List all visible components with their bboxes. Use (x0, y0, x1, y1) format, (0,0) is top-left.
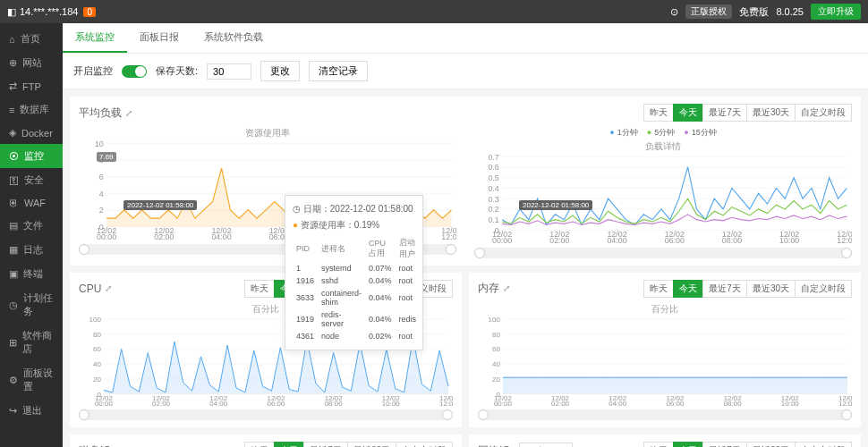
svg-text:12:00: 12:00 (838, 399, 852, 406)
range-30d[interactable]: 最近30天 (746, 442, 796, 447)
range-30d[interactable]: 最近30天 (746, 104, 796, 122)
sidebar: ⌂首页⊕网站⇄FTP≡数据库◈Docker⦿监控⚿安全⛨WAF▤文件▦日志▣终端… (0, 23, 63, 447)
sidebar-icon: ▣ (9, 268, 18, 280)
sidebar-icon: ◷ (9, 299, 18, 311)
value-badge: 7.69 (97, 152, 116, 162)
svg-text:00:00: 00:00 (97, 232, 116, 240)
sidebar-item-4[interactable]: ◈Docker (0, 122, 63, 144)
tab-software-load[interactable]: 系统软件负载 (191, 23, 276, 53)
card-mem: 内存 ⤢ 昨天 今天 最近7天 最近30天 自定义时段 百分比 02040608… (469, 273, 861, 428)
svg-text:80: 80 (492, 331, 500, 339)
range-yday[interactable]: 昨天 (643, 280, 674, 298)
net-iface-select[interactable]: 全部 (519, 443, 573, 447)
svg-text:0.4: 0.4 (488, 184, 498, 193)
range-7d[interactable]: 最近7天 (702, 442, 747, 447)
tab-panel-daily[interactable]: 面板日报 (127, 23, 191, 53)
sidebar-item-1[interactable]: ⊕网站 (0, 51, 63, 75)
clock-icon: ◷ (293, 204, 301, 214)
sidebar-icon: ⦿ (9, 151, 19, 162)
range-yday[interactable]: 昨天 (244, 280, 275, 298)
svg-text:10:00: 10:00 (779, 236, 799, 244)
range-today[interactable]: 今天 (673, 280, 703, 298)
range-today[interactable]: 今天 (673, 442, 703, 447)
sidebar-label: 软件商店 (22, 329, 54, 356)
sidebar-item-11[interactable]: ◷计划任务 (0, 286, 63, 324)
range-yday[interactable]: 昨天 (643, 104, 674, 122)
notif-badge[interactable]: 0 (83, 7, 96, 17)
svg-text:60: 60 (492, 345, 500, 353)
sidebar-label: 日志 (23, 243, 43, 257)
sidebar-item-2[interactable]: ⇄FTP (0, 75, 63, 97)
sidebar-label: 安全 (24, 173, 44, 187)
sidebar-label: FTP (22, 81, 41, 92)
legend-15m: 15分钟 (684, 127, 716, 139)
enable-switch[interactable] (122, 65, 147, 78)
sidebar-item-0[interactable]: ⌂首页 (0, 27, 63, 51)
mem-title: 内存 (478, 281, 499, 296)
timestamp-badge: 2022-12-02 01:58:00 (519, 200, 592, 210)
range-30d[interactable]: 最近30天 (347, 442, 396, 447)
legend-1m: 1分钟 (609, 127, 637, 139)
sidebar-icon: ≡ (9, 105, 14, 115)
sidebar-label: 监控 (24, 149, 44, 163)
tab-system-monitor[interactable]: 系统监控 (63, 23, 127, 53)
sidebar-item-10[interactable]: ▣终端 (0, 262, 63, 286)
table-row: 1systemd0.07%root (293, 262, 420, 274)
expand-icon[interactable]: ⤢ (125, 108, 132, 118)
save-button[interactable]: 更改 (260, 61, 300, 81)
time-slider[interactable] (478, 409, 852, 420)
top-bar: ◧ 14.***.***.184 0 ⊙ 正版授权 免费版 8.0.25 立即升… (0, 0, 868, 23)
range-today[interactable]: 今天 (274, 442, 304, 447)
sidebar-item-5[interactable]: ⦿监控 (0, 144, 63, 168)
sidebar-icon: ▦ (9, 244, 18, 256)
expand-icon[interactable]: ⤢ (503, 283, 510, 293)
sidebar-item-3[interactable]: ≡数据库 (0, 97, 63, 122)
keep-label: 保存天数: (156, 64, 198, 78)
days-input[interactable] (207, 63, 251, 80)
sidebar-label: 计划任务 (23, 291, 54, 318)
svg-text:04:00: 04:00 (607, 236, 626, 244)
range-custom[interactable]: 自定义时段 (396, 442, 453, 447)
range-yday[interactable]: 昨天 (244, 442, 275, 447)
sidebar-item-12[interactable]: ⊞软件商店 (0, 324, 63, 361)
table-row: 1919redis-server0.04%redis (293, 308, 420, 330)
expand-icon[interactable]: ⤢ (105, 283, 112, 293)
time-slider[interactable] (79, 409, 453, 420)
range-custom[interactable]: 自定义时段 (795, 104, 852, 122)
sidebar-item-6[interactable]: ⚿安全 (0, 168, 63, 192)
svg-text:0.6: 0.6 (488, 163, 498, 172)
sidebar-label: 文件 (23, 219, 43, 232)
svg-text:12:00: 12:00 (837, 236, 852, 244)
svg-text:4: 4 (99, 190, 104, 198)
sidebar-item-14[interactable]: ↪退出 (0, 399, 63, 423)
svg-text:02:00: 02:00 (152, 399, 170, 406)
svg-text:80: 80 (93, 331, 101, 339)
version-label: 8.0.25 (776, 6, 804, 17)
table-row: 4361node0.02%root (293, 330, 420, 342)
svg-text:02:00: 02:00 (551, 399, 569, 406)
svg-text:06:00: 06:00 (665, 236, 685, 244)
range-yday[interactable]: 昨天 (643, 442, 674, 447)
table-row: 1916sshd0.04%root (293, 274, 420, 287)
main-content: 系统监控 面板日报 系统软件负载 开启监控 保存天数: 更改 清空记录 平均负载… (63, 23, 868, 447)
svg-text:2: 2 (99, 206, 104, 215)
range-30d[interactable]: 最近30天 (746, 280, 796, 298)
range-7d[interactable]: 最近7天 (702, 280, 747, 298)
sidebar-item-8[interactable]: ▤文件 (0, 214, 63, 238)
sidebar-label: 数据库 (20, 103, 49, 116)
sidebar-item-9[interactable]: ▦日志 (0, 238, 63, 262)
range-7d[interactable]: 最近7天 (702, 104, 747, 122)
upgrade-button[interactable]: 立即升级 (811, 4, 861, 20)
sidebar-label: 网站 (22, 56, 42, 70)
clear-button[interactable]: 清空记录 (309, 61, 368, 81)
card-net: 网络IO: 全部 ⤢ 昨天 今天 最近7天 最近30天 自定义时段 单位: KB… (469, 434, 861, 447)
svg-text:0.1: 0.1 (488, 215, 498, 224)
sidebar-item-7[interactable]: ⛨WAF (0, 192, 63, 214)
svg-text:12:00: 12:00 (439, 399, 453, 406)
sidebar-item-13[interactable]: ⚙面板设置 (0, 361, 63, 399)
range-custom[interactable]: 自定义时段 (795, 442, 852, 447)
range-today[interactable]: 今天 (673, 104, 703, 122)
time-slider[interactable] (474, 248, 852, 258)
range-custom[interactable]: 自定义时段 (795, 280, 852, 298)
range-7d[interactable]: 最近7天 (303, 442, 348, 447)
